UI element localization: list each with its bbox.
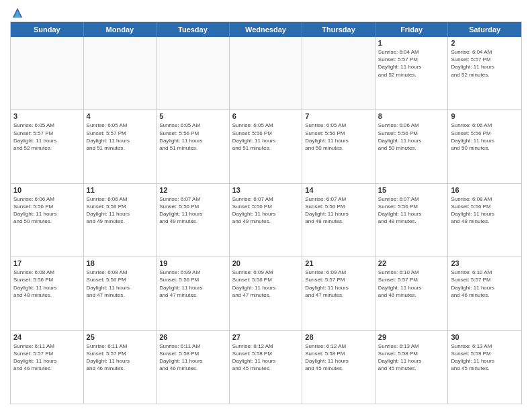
day-cell-9: 9Sunrise: 6:06 AM Sunset: 5:56 PM Daylig… — [448, 110, 521, 183]
day-number: 12 — [159, 186, 226, 194]
day-number: 1 — [378, 39, 445, 47]
day-number: 27 — [232, 333, 300, 341]
calendar-week-3: 17Sunrise: 6:08 AM Sunset: 5:56 PM Dayli… — [11, 257, 521, 330]
day-cell-14: 14Sunrise: 6:07 AM Sunset: 5:56 PM Dayli… — [302, 184, 375, 257]
page: SundayMondayTuesdayWednesdayThursdayFrid… — [0, 0, 532, 411]
day-info: Sunrise: 6:13 AM Sunset: 5:58 PM Dayligh… — [378, 342, 445, 373]
day-cell-18: 18Sunrise: 6:08 AM Sunset: 5:56 PM Dayli… — [84, 257, 157, 330]
empty-cell — [230, 37, 303, 109]
day-cell-20: 20Sunrise: 6:09 AM Sunset: 5:56 PM Dayli… — [230, 257, 303, 330]
day-number: 6 — [232, 112, 300, 120]
day-info: Sunrise: 6:10 AM Sunset: 5:57 PM Dayligh… — [451, 269, 519, 299]
day-number: 19 — [159, 259, 226, 267]
day-cell-25: 25Sunrise: 6:11 AM Sunset: 5:57 PM Dayli… — [84, 331, 157, 404]
day-cell-24: 24Sunrise: 6:11 AM Sunset: 5:57 PM Dayli… — [11, 331, 84, 404]
day-info: Sunrise: 6:06 AM Sunset: 5:56 PM Dayligh… — [378, 122, 445, 152]
day-info: Sunrise: 6:07 AM Sunset: 5:56 PM Dayligh… — [305, 195, 372, 226]
day-cell-4: 4Sunrise: 6:05 AM Sunset: 5:57 PM Daylig… — [84, 110, 157, 183]
header-cell-wednesday: Wednesday — [230, 22, 303, 37]
day-number: 14 — [305, 186, 372, 194]
day-info: Sunrise: 6:06 AM Sunset: 5:56 PM Dayligh… — [87, 195, 154, 226]
day-number: 25 — [87, 333, 154, 341]
header-cell-tuesday: Tuesday — [157, 22, 230, 37]
day-info: Sunrise: 6:08 AM Sunset: 5:56 PM Dayligh… — [13, 269, 81, 299]
day-cell-3: 3Sunrise: 6:05 AM Sunset: 5:57 PM Daylig… — [11, 110, 84, 183]
header-cell-sunday: Sunday — [11, 22, 84, 37]
day-number: 20 — [232, 259, 300, 267]
day-cell-1: 1Sunrise: 6:04 AM Sunset: 5:57 PM Daylig… — [375, 37, 449, 109]
day-info: Sunrise: 6:07 AM Sunset: 5:56 PM Dayligh… — [159, 195, 226, 226]
day-cell-10: 10Sunrise: 6:06 AM Sunset: 5:56 PM Dayli… — [11, 184, 84, 257]
day-info: Sunrise: 6:05 AM Sunset: 5:57 PM Dayligh… — [13, 122, 81, 152]
day-cell-5: 5Sunrise: 6:05 AM Sunset: 5:56 PM Daylig… — [157, 110, 230, 183]
day-cell-23: 23Sunrise: 6:10 AM Sunset: 5:57 PM Dayli… — [448, 257, 521, 330]
day-info: Sunrise: 6:05 AM Sunset: 5:57 PM Dayligh… — [87, 122, 154, 152]
day-info: Sunrise: 6:04 AM Sunset: 5:57 PM Dayligh… — [378, 48, 445, 79]
day-cell-19: 19Sunrise: 6:09 AM Sunset: 5:56 PM Dayli… — [157, 257, 230, 330]
day-info: Sunrise: 6:11 AM Sunset: 5:57 PM Dayligh… — [13, 342, 81, 373]
day-number: 8 — [378, 112, 445, 120]
day-info: Sunrise: 6:07 AM Sunset: 5:56 PM Dayligh… — [378, 195, 445, 226]
header — [10, 7, 522, 16]
header-cell-friday: Friday — [375, 22, 449, 37]
day-number: 29 — [378, 333, 445, 341]
header-cell-monday: Monday — [84, 22, 157, 37]
day-info: Sunrise: 6:08 AM Sunset: 5:56 PM Dayligh… — [451, 195, 519, 226]
day-info: Sunrise: 6:06 AM Sunset: 5:56 PM Dayligh… — [451, 122, 519, 152]
day-cell-16: 16Sunrise: 6:08 AM Sunset: 5:56 PM Dayli… — [448, 184, 521, 257]
day-number: 5 — [159, 112, 226, 120]
day-number: 16 — [451, 186, 519, 194]
day-info: Sunrise: 6:05 AM Sunset: 5:56 PM Dayligh… — [159, 122, 226, 152]
day-info: Sunrise: 6:09 AM Sunset: 5:56 PM Dayligh… — [232, 269, 300, 299]
day-cell-8: 8Sunrise: 6:06 AM Sunset: 5:56 PM Daylig… — [375, 110, 449, 183]
day-number: 4 — [87, 112, 154, 120]
day-number: 9 — [451, 112, 519, 120]
day-number: 28 — [305, 333, 372, 341]
day-info: Sunrise: 6:13 AM Sunset: 5:59 PM Dayligh… — [451, 342, 519, 373]
calendar-week-0: 1Sunrise: 6:04 AM Sunset: 5:57 PM Daylig… — [11, 37, 521, 110]
day-number: 30 — [451, 333, 519, 341]
day-info: Sunrise: 6:11 AM Sunset: 5:58 PM Dayligh… — [159, 342, 226, 373]
day-cell-26: 26Sunrise: 6:11 AM Sunset: 5:58 PM Dayli… — [157, 331, 230, 404]
day-number: 2 — [451, 39, 519, 47]
day-cell-28: 28Sunrise: 6:12 AM Sunset: 5:58 PM Dayli… — [302, 331, 375, 404]
calendar: SundayMondayTuesdayWednesdayThursdayFrid… — [10, 21, 522, 404]
day-cell-7: 7Sunrise: 6:05 AM Sunset: 5:56 PM Daylig… — [302, 110, 375, 183]
day-number: 24 — [13, 333, 81, 341]
day-cell-29: 29Sunrise: 6:13 AM Sunset: 5:58 PM Dayli… — [375, 331, 449, 404]
day-info: Sunrise: 6:04 AM Sunset: 5:57 PM Dayligh… — [451, 48, 519, 79]
calendar-week-4: 24Sunrise: 6:11 AM Sunset: 5:57 PM Dayli… — [11, 331, 521, 404]
day-cell-12: 12Sunrise: 6:07 AM Sunset: 5:56 PM Dayli… — [157, 184, 230, 257]
day-number: 3 — [13, 112, 81, 120]
day-cell-27: 27Sunrise: 6:12 AM Sunset: 5:58 PM Dayli… — [230, 331, 303, 404]
empty-cell — [11, 37, 84, 109]
day-number: 22 — [378, 259, 445, 267]
day-number: 21 — [305, 259, 372, 267]
day-cell-13: 13Sunrise: 6:07 AM Sunset: 5:56 PM Dayli… — [230, 184, 303, 257]
day-cell-22: 22Sunrise: 6:10 AM Sunset: 5:57 PM Dayli… — [375, 257, 449, 330]
day-info: Sunrise: 6:09 AM Sunset: 5:56 PM Dayligh… — [159, 269, 226, 299]
day-cell-6: 6Sunrise: 6:05 AM Sunset: 5:56 PM Daylig… — [230, 110, 303, 183]
day-number: 7 — [305, 112, 372, 120]
day-cell-15: 15Sunrise: 6:07 AM Sunset: 5:56 PM Dayli… — [375, 184, 449, 257]
empty-cell — [157, 37, 230, 109]
day-cell-21: 21Sunrise: 6:09 AM Sunset: 5:57 PM Dayli… — [302, 257, 375, 330]
day-info: Sunrise: 6:12 AM Sunset: 5:58 PM Dayligh… — [305, 342, 372, 373]
day-info: Sunrise: 6:06 AM Sunset: 5:56 PM Dayligh… — [13, 195, 81, 226]
day-cell-2: 2Sunrise: 6:04 AM Sunset: 5:57 PM Daylig… — [448, 37, 521, 109]
day-info: Sunrise: 6:05 AM Sunset: 5:56 PM Dayligh… — [305, 122, 372, 152]
day-info: Sunrise: 6:07 AM Sunset: 5:56 PM Dayligh… — [232, 195, 300, 226]
calendar-body: 1Sunrise: 6:04 AM Sunset: 5:57 PM Daylig… — [11, 37, 521, 404]
day-cell-30: 30Sunrise: 6:13 AM Sunset: 5:59 PM Dayli… — [448, 331, 521, 404]
empty-cell — [302, 37, 375, 109]
day-cell-17: 17Sunrise: 6:08 AM Sunset: 5:56 PM Dayli… — [11, 257, 84, 330]
day-info: Sunrise: 6:05 AM Sunset: 5:56 PM Dayligh… — [232, 122, 300, 152]
day-number: 11 — [87, 186, 154, 194]
logo-icon — [11, 7, 24, 19]
day-number: 23 — [451, 259, 519, 267]
day-number: 17 — [13, 259, 81, 267]
empty-cell — [84, 37, 157, 109]
day-info: Sunrise: 6:09 AM Sunset: 5:57 PM Dayligh… — [305, 269, 372, 299]
day-info: Sunrise: 6:08 AM Sunset: 5:56 PM Dayligh… — [87, 269, 154, 299]
day-number: 15 — [378, 186, 445, 194]
